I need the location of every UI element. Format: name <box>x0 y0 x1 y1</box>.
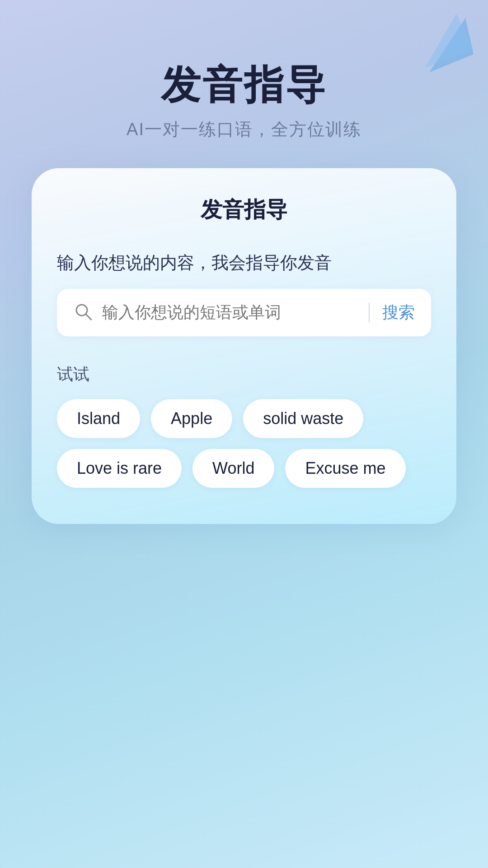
tag-button[interactable]: Apple <box>151 399 232 438</box>
svg-line-3 <box>86 314 91 320</box>
search-bar: 搜索 <box>57 289 431 336</box>
tag-button[interactable]: Excuse me <box>285 449 405 488</box>
tag-button[interactable]: Love is rare <box>57 449 182 488</box>
page-title: 发音指导 <box>161 63 327 107</box>
search-divider <box>369 302 370 322</box>
decorative-triangle <box>402 9 474 81</box>
instruction-text: 输入你想说的内容，我会指导你发音 <box>57 251 431 274</box>
main-card: 发音指导 输入你想说的内容，我会指导你发音 搜索 试试 IslandApples… <box>32 168 456 524</box>
tag-button[interactable]: solid waste <box>243 399 363 438</box>
search-icon <box>73 302 93 323</box>
card-title: 发音指导 <box>57 195 431 224</box>
tags-container: IslandApplesolid wasteLove is rareWorldE… <box>57 399 431 488</box>
search-button[interactable]: 搜索 <box>382 302 415 324</box>
search-input[interactable] <box>102 303 356 322</box>
page-subtitle: AI一对一练口语，全方位训练 <box>127 118 361 141</box>
tag-button[interactable]: World <box>192 449 274 488</box>
tag-button[interactable]: Island <box>57 399 140 438</box>
try-label: 试试 <box>57 363 431 386</box>
